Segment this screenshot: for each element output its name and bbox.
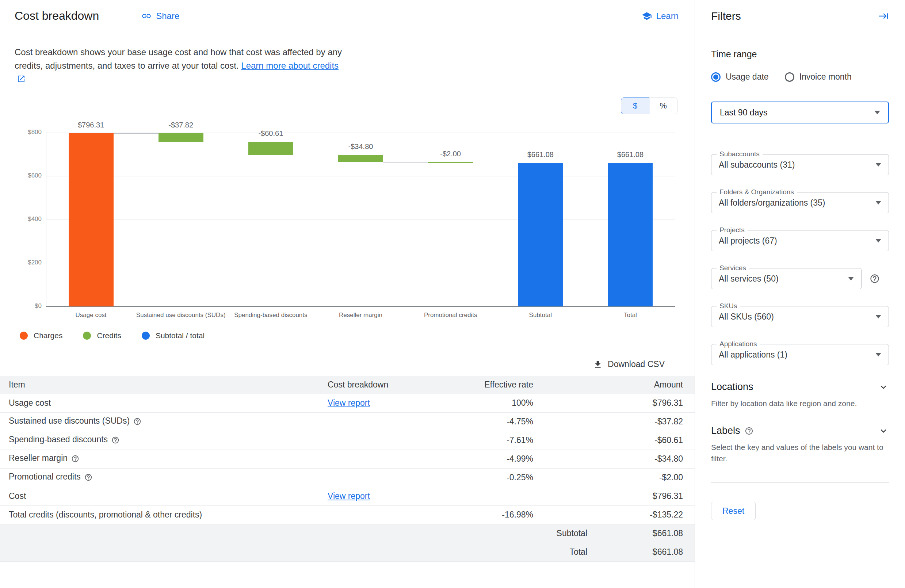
- download-row: Download CSV: [0, 359, 695, 370]
- column-header-cost-breakdown: Cost breakdown: [327, 376, 466, 394]
- services-dropdown[interactable]: Services All services (50): [711, 268, 862, 289]
- table-row: Cost View report $796.31: [0, 487, 695, 505]
- radio-label: Usage date: [726, 72, 769, 82]
- labels-section-toggle[interactable]: Labels: [711, 425, 889, 436]
- waterfall-connector: [383, 162, 428, 162]
- amount-value: -$2.00: [587, 468, 695, 487]
- dropdown-caret-icon: [874, 111, 880, 114]
- dropdown-caret-icon: [875, 239, 881, 243]
- amount-value: $796.31: [587, 394, 695, 412]
- legend-item-subtotal: Subtotal / total: [142, 331, 205, 340]
- dropdown-caret-icon: [848, 277, 854, 280]
- chevron-down-icon: [878, 426, 889, 436]
- chart-bar-4[interactable]: [338, 155, 383, 162]
- bar-value-label: -$60.61: [258, 129, 283, 138]
- radio-invoice-month[interactable]: Invoice month: [785, 72, 852, 82]
- total-amount: $661.08: [587, 543, 695, 561]
- bar-value-label: $661.08: [617, 151, 643, 159]
- chart-bar-5[interactable]: [428, 162, 473, 163]
- effective-rate-value: -4.99%: [466, 450, 587, 468]
- x-tick-label: Promotional credits: [424, 311, 477, 319]
- dropdown-caret-icon: [875, 353, 881, 356]
- column-header-amount: Amount: [587, 376, 695, 394]
- filters-title: Filters: [711, 10, 741, 22]
- subtotal-swatch: [142, 332, 150, 340]
- chart-bar-6[interactable]: [518, 163, 563, 307]
- services-help-icon[interactable]: [870, 273, 880, 284]
- time-range-select[interactable]: Last 90 days: [711, 102, 889, 124]
- table-row-total: Total $661.08: [0, 543, 695, 561]
- dollar-toggle-button[interactable]: $: [621, 97, 649, 114]
- share-label: Share: [156, 11, 179, 21]
- learn-button[interactable]: Learn: [642, 11, 679, 21]
- help-icon[interactable]: [133, 418, 141, 427]
- x-tick-label: Spending-based discounts: [234, 311, 307, 319]
- folders-dropdown[interactable]: Folders & Organizations All folders/orga…: [711, 192, 889, 213]
- subaccounts-dropdown[interactable]: Subaccounts All subaccounts (31): [711, 154, 889, 175]
- help-icon[interactable]: [84, 473, 92, 483]
- column-header-item: Item: [0, 376, 327, 394]
- cost-breakdown-table: Item Cost breakdown Effective rate Amoun…: [0, 376, 695, 562]
- chart-bar-1[interactable]: [69, 133, 114, 307]
- amount-value: -$34.80: [587, 450, 695, 468]
- amount-value: -$135.22: [587, 505, 695, 524]
- legend-label: Subtotal / total: [156, 331, 205, 340]
- bar-value-label: -$2.00: [440, 150, 461, 158]
- chart-bar-3[interactable]: [248, 142, 293, 155]
- description: Cost breakdown shows your base usage cos…: [0, 32, 362, 86]
- filter-field-services: Services All services (50): [711, 268, 889, 289]
- x-tick-label: Usage cost: [76, 311, 106, 319]
- x-tick-label: Subtotal: [529, 311, 552, 319]
- labels-heading: Labels: [711, 425, 740, 436]
- chart-bar-2[interactable]: [159, 133, 203, 142]
- filter-field-applications: Applications All applications (1): [711, 344, 889, 365]
- collapse-panel-icon[interactable]: [878, 11, 889, 22]
- grid-line: [46, 176, 675, 176]
- view-report-link[interactable]: View report: [328, 398, 370, 408]
- x-tick-label: Sustained use discounts (SUDs): [136, 311, 226, 319]
- open-in-new-icon: [17, 75, 25, 83]
- radio-usage-date[interactable]: Usage date: [711, 72, 769, 82]
- field-value: All folders/organizations (35): [719, 198, 825, 208]
- applications-dropdown[interactable]: Applications All applications (1): [711, 344, 889, 365]
- y-tick-label: $400: [5, 216, 41, 223]
- item-label: Spending-based discounts: [9, 435, 108, 444]
- labels-description: Select the key and values of the labels …: [711, 442, 889, 464]
- projects-dropdown[interactable]: Projects All projects (67): [711, 230, 889, 251]
- filter-field-folders: Folders & Organizations All folders/orga…: [711, 192, 889, 213]
- learn-icon: [642, 11, 652, 21]
- field-value: All applications (1): [719, 350, 788, 360]
- divider: [711, 482, 889, 483]
- download-csv-button[interactable]: Download CSV: [591, 359, 667, 370]
- percent-toggle-button[interactable]: %: [649, 97, 678, 114]
- chart-bar-7[interactable]: [608, 163, 653, 307]
- table-row: Reseller margin -4.99% -$34.80: [0, 450, 695, 468]
- legend-label: Charges: [33, 331, 62, 340]
- help-icon[interactable]: [111, 436, 119, 446]
- field-label: SKUs: [716, 302, 740, 310]
- item-label: Reseller margin: [9, 453, 68, 463]
- reset-button[interactable]: Reset: [711, 502, 756, 520]
- table-row: Usage cost View report 100% $796.31: [0, 394, 695, 412]
- field-value: All services (50): [719, 274, 779, 284]
- share-button[interactable]: Share: [141, 11, 179, 21]
- view-report-link[interactable]: View report: [328, 491, 370, 501]
- help-icon[interactable]: [71, 455, 79, 465]
- table-row: Total credits (discounts, promotional & …: [0, 505, 695, 524]
- field-value: All SKUs (560): [719, 312, 774, 322]
- effective-rate-value: -7.61%: [466, 431, 587, 450]
- skus-dropdown[interactable]: SKUs All SKUs (560): [711, 306, 889, 327]
- download-csv-label: Download CSV: [608, 359, 665, 369]
- effective-rate-value: -4.75%: [466, 412, 587, 431]
- grid-line: [46, 219, 675, 220]
- waterfall-connector: [293, 155, 338, 155]
- dropdown-caret-icon: [875, 163, 881, 167]
- labels-help-icon[interactable]: [745, 427, 753, 435]
- subtotal-amount: $661.08: [587, 524, 695, 543]
- y-tick-label: $0: [5, 302, 41, 310]
- dropdown-caret-icon: [875, 315, 881, 318]
- locations-section-toggle[interactable]: Locations: [711, 381, 889, 393]
- page-title: Cost breakdown: [14, 9, 99, 23]
- amount-value: -$37.82: [587, 412, 695, 431]
- legend-label: Credits: [97, 331, 121, 340]
